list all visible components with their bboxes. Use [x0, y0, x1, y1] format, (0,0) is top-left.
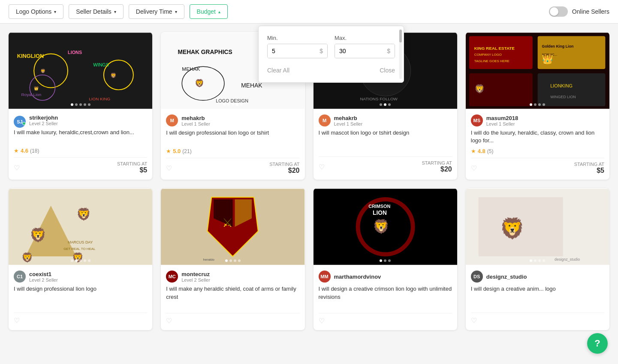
seller-name-wrap: mehakrb Level 1 Seller — [181, 115, 210, 126]
dot-indicator — [84, 103, 86, 106]
max-input[interactable] — [335, 44, 383, 58]
scrollbar-thumb[interactable] — [399, 30, 402, 42]
dot-indicator — [538, 103, 541, 106]
delivery-time-filter[interactable]: Delivery Time ▾ — [129, 4, 184, 19]
online-sellers-toggle[interactable] — [549, 6, 568, 17]
budget-chevron: ▴ — [218, 9, 220, 14]
dot-indicator — [538, 259, 541, 262]
max-label: Max. — [335, 35, 395, 41]
seller-name: marthamordvinov — [334, 274, 381, 280]
svg-text:LIONKING: LIONKING — [550, 83, 573, 88]
svg-text:🦁: 🦁 — [76, 208, 91, 222]
min-input[interactable] — [268, 44, 315, 58]
gig-image-bg: 🦁 🦁 MARCUS DAY GET REAL TO HEAL 🦁 🦁 — [9, 188, 152, 265]
logo-options-label: Logo Options — [16, 8, 51, 15]
gig-body: DS designz_studio I will design a creati… — [466, 265, 609, 330]
svg-text:NATIONS FOLLOW: NATIONS FOLLOW — [360, 96, 398, 101]
rating-value: 4.8 — [478, 148, 485, 154]
rating-count: (21) — [182, 148, 191, 154]
starting-at-label: STARTING AT — [117, 161, 147, 166]
svg-text:designz_studio: designz_studio — [555, 257, 580, 262]
dot-indicator — [71, 103, 73, 106]
starting-at-label: STARTING AT — [574, 162, 604, 167]
favorite-icon[interactable]: ♡ — [14, 316, 20, 325]
dot-indicators — [530, 259, 545, 262]
close-button[interactable]: Close — [380, 67, 395, 74]
dot-indicator — [75, 103, 78, 106]
star-icon: ★ — [471, 148, 476, 154]
seller-level: Level 1 Seller — [334, 121, 363, 126]
dot-indicator — [232, 103, 234, 106]
favorite-icon[interactable]: ♡ — [319, 163, 325, 171]
dot-indicators — [71, 103, 90, 106]
gig-footer: ♡ STARTING AT $20 — [319, 156, 452, 173]
seller-level: Level 2 Seller — [29, 121, 58, 126]
gig-title: I will design a creative anim... logo — [471, 285, 604, 301]
favorite-icon[interactable]: ♡ — [14, 164, 20, 172]
logo-options-filter[interactable]: Logo Options ▾ — [9, 4, 63, 19]
favorite-icon[interactable]: ♡ — [319, 317, 325, 325]
price-wrap: STARTING AT $20 — [422, 160, 452, 173]
min-label: Min. — [267, 35, 328, 41]
dot-indicators — [225, 259, 241, 262]
rating-count: (18) — [30, 148, 39, 154]
gig-image[interactable]: 🦁 CRIMSON LION — [314, 188, 457, 265]
seller-level: Level 2 Seller — [29, 277, 58, 283]
seller-details-filter[interactable]: Seller Details ▾ — [69, 4, 123, 19]
gig-footer: ♡ — [471, 313, 604, 325]
clear-all-button[interactable]: Clear All — [267, 67, 289, 74]
price-value: $20 — [269, 167, 299, 174]
gig-image[interactable]: 🦁 designz_studio — [466, 188, 609, 265]
svg-text:🦁: 🦁 — [110, 72, 117, 78]
seller-level: Level 1 Seller — [181, 121, 210, 126]
seller-avatar: MS — [471, 114, 483, 126]
gig-footer: ♡ STARTING AT $5 — [14, 157, 147, 174]
seller-name: masum2018 — [486, 115, 518, 121]
favorite-icon[interactable]: ♡ — [166, 317, 172, 325]
favorite-icon[interactable]: ♡ — [166, 164, 172, 172]
seller-info: MC montecruz Level 2 Seller — [166, 271, 299, 283]
scrollbar-track[interactable] — [399, 30, 402, 79]
gig-image-bg: KINGLION 🦁 LIONS WINGS Royal Lion LION K… — [9, 32, 152, 109]
seller-avatar: M — [166, 114, 178, 126]
dot-indicator — [388, 259, 391, 262]
gig-image[interactable]: KING REAL ESTATE COMPANY LOGO TAGLINE GO… — [466, 32, 609, 109]
favorite-icon[interactable]: ♡ — [471, 316, 477, 325]
svg-text:🦁: 🦁 — [474, 84, 485, 94]
price-wrap: STARTING AT $20 — [269, 162, 299, 174]
seller-info: MM marthamordvinov — [319, 271, 452, 283]
starting-at-label: STARTING AT — [422, 160, 452, 165]
svg-text:LION KING: LION KING — [89, 96, 110, 101]
seller-name: montecruz — [181, 271, 210, 277]
seller-avatar: C1 — [14, 271, 26, 283]
gig-image[interactable]: 🦁 🦁 MARCUS DAY GET REAL TO HEAL 🦁 🦁 — [9, 188, 152, 265]
favorite-icon[interactable]: ♡ — [471, 164, 477, 172]
dot-indicator — [236, 103, 238, 106]
budget-label: Budget — [197, 8, 216, 15]
seller-name-wrap: strikerjohn Level 2 Seller — [29, 114, 58, 126]
star-icon: ★ — [166, 148, 171, 154]
svg-text:TAGLINE GOES HERE: TAGLINE GOES HERE — [474, 59, 509, 63]
gig-image[interactable]: KINGLION 🦁 LIONS WINGS Royal Lion LION K… — [9, 32, 152, 109]
gig-footer: ♡ — [14, 313, 147, 325]
gig-rating: ★ 4.8 (5) — [471, 148, 604, 154]
dot-indicator — [223, 103, 226, 106]
dot-indicator — [534, 103, 537, 106]
rating-value: 5.0 — [173, 148, 181, 154]
seller-info: SJ strikerjohn Level 2 Seller — [14, 114, 147, 126]
gig-body: SJ strikerjohn Level 2 Seller I will mak… — [9, 109, 152, 179]
gig-image[interactable]: ⚔ heraldo — [161, 188, 304, 265]
gig-title: I will mascot lion logo or tshirt design — [319, 129, 452, 144]
seller-info: DS designz_studio — [471, 271, 604, 283]
dot-indicators — [223, 103, 243, 106]
gig-title: I will design a creative crimson lion lo… — [319, 285, 452, 301]
svg-text:Golden King Lion: Golden King Lion — [542, 44, 573, 48]
dot-indicator — [84, 259, 86, 262]
max-currency: $ — [383, 44, 395, 58]
gig-title: I will do the luxury, heraldic, classy, … — [471, 129, 604, 144]
dot-indicator — [238, 259, 241, 262]
budget-filter[interactable]: Budget ▴ — [190, 4, 228, 19]
gig-body: MM marthamordvinov I will design a creat… — [314, 265, 457, 330]
seller-level: Level 1 Seller — [486, 121, 518, 126]
price-wrap: STARTING AT $5 — [117, 161, 147, 174]
